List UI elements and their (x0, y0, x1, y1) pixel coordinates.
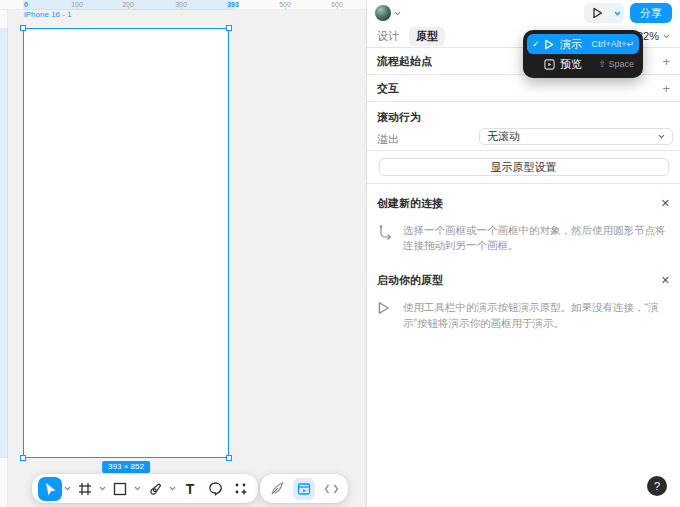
preview-window-icon (544, 59, 559, 70)
start-prototype-title: 启动你的原型 (377, 273, 443, 288)
scroll-behavior-title: 滚动行为 (377, 110, 670, 125)
menu-item-present[interactable]: ✓ 演示 Ctrl+Alt+↵ (527, 34, 639, 54)
text-tool-button[interactable]: T (178, 477, 202, 501)
canvas[interactable]: iPhone 16 - 1 393 × 852 0 100 200 300 39… (0, 0, 366, 507)
actions-icon (233, 481, 248, 496)
comment-tool-button[interactable] (203, 477, 227, 501)
move-tool-button[interactable] (38, 477, 62, 501)
menu-item-label: 演示 (560, 37, 582, 52)
main-toolbar: T (32, 474, 258, 503)
actions-button[interactable] (228, 477, 252, 501)
frame-tool-button[interactable] (73, 477, 97, 501)
prototype-settings-row: 显示原型设置 (367, 151, 680, 184)
resize-handle-bottom-right[interactable] (226, 455, 232, 461)
zoom-caret-icon (663, 34, 670, 39)
overflow-value: 无滚动 (487, 129, 520, 144)
draw-annotate-button[interactable] (265, 477, 289, 501)
quill-icon (270, 481, 285, 496)
close-icon[interactable]: ✕ (661, 197, 670, 210)
mode-toolbar (260, 474, 348, 503)
add-interaction-button[interactable]: + (662, 81, 670, 96)
ruler-label: 393 (227, 0, 239, 9)
scroll-behavior-section: 滚动行为 溢出 无滚动 (367, 102, 680, 151)
present-button[interactable] (584, 3, 610, 23)
start-prototype-description: 使用工具栏中的演示按钮演示原型。如果没有连接，“演示”按钮将演示你的画框用于演示… (403, 300, 670, 330)
resize-handle-top-left[interactable] (20, 25, 26, 31)
menu-item-shortcut: ⇧ Space (598, 59, 634, 69)
create-connection-section: 创建新的连接 ✕ 选择一个画框或一个画框中的对象，然后使用圆形节点将连接拖动到另… (367, 184, 680, 261)
avatar-caret-icon[interactable] (394, 11, 401, 16)
overflow-select[interactable]: 无滚动 (479, 128, 673, 145)
panel-header: 分享 (367, 0, 680, 26)
start-prototype-section: 启动你的原型 ✕ 使用工具栏中的演示按钮演示原型。如果没有连接，“演示”按钮将演… (367, 261, 680, 338)
frame-tool-caret[interactable] (98, 477, 107, 501)
comment-bubble-icon (208, 481, 223, 496)
interactions-row: 交互 + (367, 75, 680, 102)
select-caret-icon (658, 134, 665, 139)
check-icon: ✓ (532, 39, 544, 49)
figma-app: iPhone 16 - 1 393 × 852 0 100 200 300 39… (0, 0, 680, 507)
ruler-label: 0 (24, 0, 28, 9)
overflow-label: 溢出 (377, 132, 399, 147)
shape-tool-caret[interactable] (133, 477, 142, 501)
present-dropdown-menu: ✓ 演示 Ctrl+Alt+↵ 预览 ⇧ Space (523, 30, 643, 78)
share-button[interactable]: 分享 (630, 3, 672, 23)
resize-handle-top-right[interactable] (226, 25, 232, 31)
play-outline-icon (377, 300, 395, 330)
tab-prototype[interactable]: 原型 (409, 27, 445, 46)
frame-icon (78, 482, 92, 496)
rectangle-icon (113, 482, 127, 496)
user-avatar[interactable] (375, 5, 391, 21)
present-button-group (584, 3, 624, 23)
pen-icon (148, 482, 162, 496)
pen-tool-button[interactable] (143, 477, 167, 501)
flow-start-title: 流程起始点 (377, 54, 432, 69)
prototype-panel-icon (297, 482, 311, 496)
create-connection-title: 创建新的连接 (377, 196, 443, 211)
frame-name-label[interactable]: iPhone 16 - 1 (24, 10, 72, 19)
pen-tool-caret[interactable] (168, 477, 177, 501)
question-mark-icon: ? (654, 480, 660, 492)
horizontal-ruler: 0 100 200 300 393 500 600 (0, 0, 366, 10)
menu-item-shortcut: Ctrl+Alt+↵ (591, 39, 634, 49)
play-icon (544, 39, 559, 50)
connection-arrow-icon (377, 223, 395, 253)
vertical-ruler-selection-band (0, 28, 8, 458)
add-flow-start-button[interactable]: + (662, 54, 670, 69)
shape-tool-button[interactable] (108, 477, 132, 501)
present-options-caret[interactable] (610, 3, 624, 23)
show-prototype-settings-button[interactable]: 显示原型设置 (379, 158, 669, 176)
interactions-title: 交互 (377, 81, 399, 96)
properties-panel: 分享 设计 原型 82% 流程起始点 + 交互 + 滚动行为 溢出 无滚动 (366, 0, 680, 507)
menu-item-preview[interactable]: 预览 ⇧ Space (527, 54, 639, 74)
close-icon[interactable]: ✕ (661, 274, 670, 287)
tab-design[interactable]: 设计 (377, 29, 399, 44)
move-tool-caret[interactable] (63, 477, 72, 501)
dev-mode-button[interactable] (319, 477, 343, 501)
vertical-ruler (0, 10, 8, 507)
create-connection-description: 选择一个画框或一个画框中的对象，然后使用圆形节点将连接拖动到另一个画框。 (403, 223, 670, 253)
selected-frame[interactable] (23, 28, 229, 458)
play-icon (592, 7, 603, 19)
code-icon (324, 483, 339, 495)
help-button[interactable]: ? (647, 476, 667, 496)
frame-size-badge: 393 × 852 (102, 461, 150, 473)
cursor-icon (44, 482, 57, 496)
prototype-panel-toggle[interactable] (293, 478, 315, 500)
menu-item-label: 预览 (560, 57, 582, 72)
text-tool-icon: T (186, 481, 195, 497)
resize-handle-bottom-left[interactable] (20, 455, 26, 461)
